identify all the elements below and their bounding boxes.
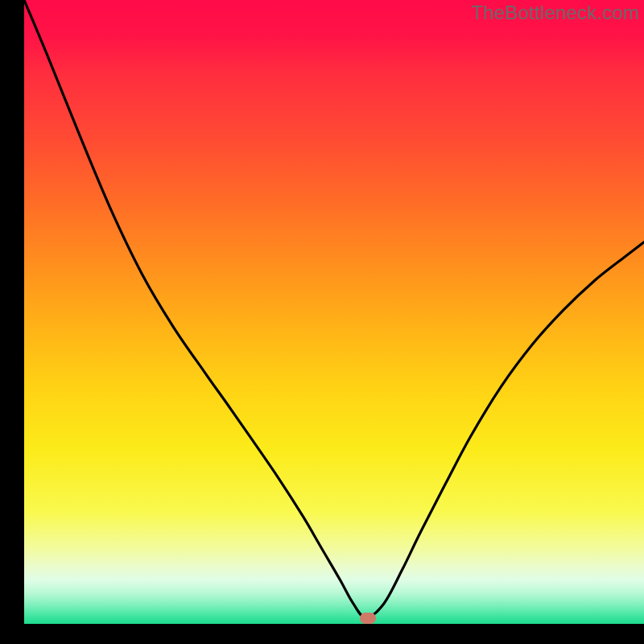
optimal-point-marker bbox=[360, 613, 376, 624]
plot-area: TheBottleneck.com bbox=[24, 0, 644, 624]
bottleneck-curve bbox=[24, 0, 644, 624]
chart-frame: TheBottleneck.com bbox=[0, 0, 644, 644]
